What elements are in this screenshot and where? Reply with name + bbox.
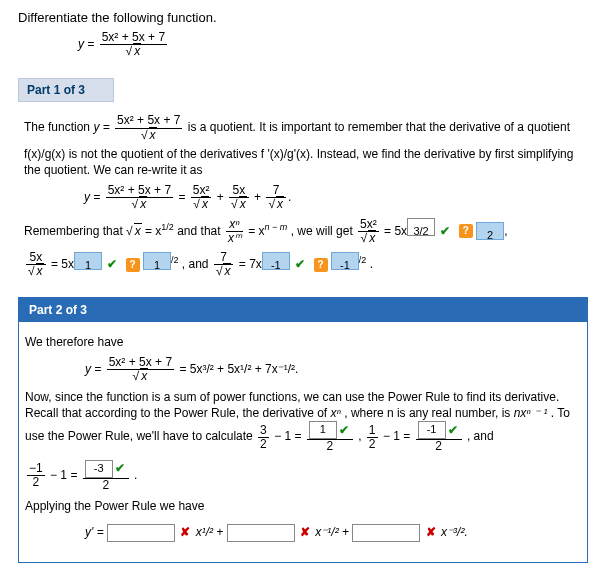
answer-input-3[interactable]: -1 [262, 252, 290, 270]
part2-line1: We therefore have [25, 334, 581, 350]
help-icon[interactable]: ? [314, 258, 328, 272]
check-icon: ✔ [115, 461, 125, 475]
remember-line: Remembering that x = x1/2 and that xⁿxᵐ … [24, 218, 582, 246]
apply-text: Applying the Power Rule we have [25, 498, 581, 514]
help-icon[interactable]: ? [459, 224, 473, 238]
rewrite-equation: y = 5x² + 5x + 7x = 5x²x + 5xx + 7x. [84, 184, 582, 211]
part-2: Part 2 of 3 We therefore have y = 5x² + … [18, 297, 588, 564]
part1-line1: The function y = 5x² + 5x + 7 x is a quo… [24, 114, 582, 141]
problem-prompt: Differentiate the following function. y … [18, 10, 588, 58]
help-icon[interactable]: ? [126, 258, 140, 272]
check-icon: ✔ [440, 224, 450, 238]
problem-equation: y = 5x² + 5x + 7 x [78, 31, 588, 58]
hint-box-1[interactable]: 2 [476, 222, 504, 240]
yprime-input-2[interactable] [227, 524, 295, 542]
check-icon: ✔ [448, 423, 458, 437]
prompt-text: Differentiate the following function. [18, 10, 588, 25]
check-icon: ✔ [107, 257, 117, 271]
result-equation: y = 5x² + 5x + 7x = 5x³/² + 5x¹/² + 7x⁻¹… [85, 356, 581, 383]
part1-line2: f(x)/g(x) is not the quotient of the der… [24, 146, 582, 178]
power-rule-explain: Now, since the function is a sum of powe… [25, 389, 581, 454]
simplify-line-2: 5xx = 5x1 ✔ ? 1/2 , and 7x = 7x-1 ✔ ? -1… [24, 251, 582, 279]
part-1-header: Part 1 of 3 [18, 78, 114, 102]
yprime-input-3[interactable] [352, 524, 420, 542]
yprime-row: y' = ✘ x¹/² + ✘ x⁻¹/² + ✘ x⁻³/². [85, 520, 581, 544]
cross-icon: ✘ [426, 525, 436, 539]
check-icon: ✔ [295, 257, 305, 271]
hint-box-3[interactable]: -1 [331, 252, 359, 270]
cross-icon: ✘ [300, 525, 310, 539]
calc3-row: −12 − 1 = -3✔2 . [25, 460, 581, 492]
hint-box-2[interactable]: 1 [143, 252, 171, 270]
calc2-num-input[interactable]: -1 [418, 421, 446, 439]
part-2-header: Part 2 of 3 [19, 298, 587, 322]
part-1: Part 1 of 3 The function y = 5x² + 5x + … [18, 78, 588, 296]
answer-input-1[interactable]: 3/2 [407, 218, 435, 236]
calc1-num-input[interactable]: 1 [309, 421, 337, 439]
yprime-input-1[interactable] [107, 524, 175, 542]
check-icon: ✔ [339, 423, 349, 437]
cross-icon: ✘ [180, 525, 190, 539]
answer-input-2[interactable]: 1 [74, 252, 102, 270]
calc3-num-input[interactable]: -3 [85, 460, 113, 478]
